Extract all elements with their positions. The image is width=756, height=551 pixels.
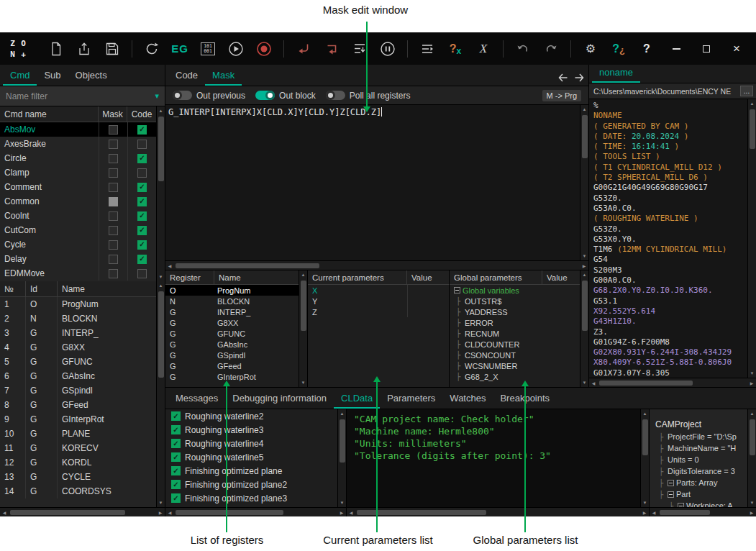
register-row[interactable]: GGInterpRot <box>165 371 299 382</box>
scroll-down-icon[interactable]: ▼ <box>748 369 756 378</box>
register-row[interactable]: OProgNum <box>165 285 299 296</box>
global-parameter-row[interactable]: ├OUTSTR$ <box>450 296 580 306</box>
checkbox[interactable] <box>109 154 118 163</box>
cam-tree-row[interactable]: ├DigitsTolerance = 3 <box>652 465 747 477</box>
id-table-row[interactable]: 13GCYCLE <box>0 470 156 484</box>
id-table-row[interactable]: 4GG8XX <box>0 340 156 355</box>
name-filter-input[interactable]: Name filter ▾ <box>0 86 165 106</box>
cmd-table-row[interactable]: CutCom✓ <box>0 223 156 237</box>
toggle-switch[interactable] <box>255 91 275 100</box>
help-icon[interactable]: ? <box>634 37 659 60</box>
checkbox[interactable]: ✓ <box>137 240 147 250</box>
scroll-down-icon[interactable]: ▼ <box>641 498 650 507</box>
checkbox[interactable] <box>109 197 118 206</box>
scroll-up-icon[interactable]: ▲ <box>580 270 589 279</box>
scroll-down-icon[interactable]: ▼ <box>748 498 756 507</box>
scroll-down-icon[interactable]: ▼ <box>580 252 589 260</box>
cmd-table-row[interactable]: Clamp <box>0 165 156 180</box>
mask-editor[interactable]: G_INTERP[INTERPX]X[CLD.X]Y[CLD.Y]Z[CLD.Z… <box>165 105 588 260</box>
register-row[interactable]: GINTERP_ <box>165 306 299 317</box>
scrollbar-thumb[interactable] <box>176 263 319 268</box>
tab-parameters[interactable]: Parameters <box>380 388 442 409</box>
toggle-out-previous[interactable]: Out previous <box>173 91 245 101</box>
register-row[interactable]: GGFUNC <box>165 328 299 339</box>
cmd-table-row[interactable]: AxesBrake <box>0 137 156 151</box>
operation-row[interactable]: ✓Finishing optimized plane2 <box>165 478 337 491</box>
collapse-icon[interactable] <box>668 480 674 486</box>
header-cmd-name[interactable]: Cmd name <box>0 106 99 122</box>
id-table-row[interactable]: 2NBLOCKN <box>0 311 156 326</box>
checkbox[interactable]: ✓ <box>171 480 181 489</box>
register-row[interactable]: NBLOCKN <box>165 296 299 306</box>
header-current-parameters[interactable]: Current parameters <box>308 270 407 284</box>
scroll-up-icon[interactable]: ▲ <box>157 281 165 290</box>
id-table-row[interactable]: 14GCOORDSYS <box>0 484 156 498</box>
scrollbar-thumb[interactable] <box>642 419 648 455</box>
nav-back-icon[interactable] <box>557 73 569 83</box>
id-table-row[interactable]: 9GGInterpRot <box>0 412 156 427</box>
cmd-table-row[interactable]: Coolnt✓ <box>0 209 156 223</box>
scroll-down-icon[interactable]: ▼ <box>299 378 308 387</box>
global-parameter-row[interactable]: ├CLDCOUNTER <box>450 339 580 350</box>
checkbox[interactable] <box>109 226 118 235</box>
reset-icon[interactable] <box>140 37 164 60</box>
cam-root-label[interactable]: CAMProject <box>652 419 747 431</box>
toggle-out-block[interactable]: Out block <box>255 91 316 101</box>
close-button[interactable]: × <box>724 37 749 60</box>
scrollbar-thumb[interactable] <box>158 291 164 378</box>
cam-tree-row[interactable]: ├MachineName = "H <box>652 442 747 454</box>
scroll-right-icon[interactable]: ▶ <box>747 508 756 516</box>
nc-horizontal-scrollbar[interactable]: ◀ ▶ <box>589 378 756 387</box>
header-register-name[interactable]: Name <box>214 270 299 284</box>
header-name[interactable]: Name <box>58 281 156 296</box>
id-table-row[interactable]: 10GPLANE <box>0 427 156 441</box>
checkbox[interactable]: ✓ <box>137 125 147 135</box>
id-table-row[interactable]: 7GGSpindl <box>0 383 156 398</box>
generate-icon[interactable]: EG <box>168 37 192 60</box>
browse-button[interactable]: ... <box>740 86 753 96</box>
id-table-row[interactable]: 12GKORDL <box>0 455 156 470</box>
scroll-up-icon[interactable]: ▲ <box>299 270 308 279</box>
cmd-table-row[interactable]: EDMMove <box>0 266 156 281</box>
tab-noname[interactable]: noname <box>592 62 640 83</box>
tab-messages[interactable]: Messages <box>168 388 225 409</box>
goto-line-icon[interactable] <box>415 37 440 60</box>
scroll-down-icon[interactable]: ▼ <box>157 273 165 281</box>
cmd-table-row[interactable]: Common✓ <box>0 194 156 209</box>
toggle-switch[interactable] <box>326 91 345 100</box>
scrollbar-thumb[interactable] <box>10 510 125 515</box>
id-table-row[interactable]: 1OProgNum <box>0 297 156 311</box>
global-parameter-row[interactable]: ├RECNUM <box>450 328 580 339</box>
cmd-table-row[interactable]: Cycle✓ <box>0 237 156 252</box>
checkbox[interactable] <box>137 140 147 149</box>
id-table-row[interactable]: 3GINTERP_ <box>0 326 156 340</box>
collapse-icon[interactable] <box>668 491 674 498</box>
checkbox[interactable] <box>109 255 118 264</box>
save-icon[interactable] <box>100 37 124 60</box>
scroll-left-icon[interactable]: ◀ <box>165 508 174 516</box>
checkbox[interactable]: ✓ <box>171 425 181 434</box>
id-table-row[interactable]: 5GGFUNC <box>0 355 156 369</box>
checkbox[interactable] <box>109 168 118 178</box>
checkbox[interactable]: ✓ <box>137 154 147 163</box>
record-icon[interactable] <box>252 37 276 60</box>
export-icon[interactable] <box>72 37 96 60</box>
scroll-right-icon[interactable]: ▶ <box>337 508 346 516</box>
id-table-row[interactable]: 8GGFeed <box>0 398 156 412</box>
checkbox[interactable] <box>137 168 147 178</box>
cam-tree-row[interactable]: ├ProjectFile = "D:\Sp <box>652 431 747 442</box>
scroll-up-icon[interactable]: ▲ <box>748 409 756 418</box>
scroll-left-icon[interactable]: ◀ <box>347 508 355 516</box>
mask-to-prg-button[interactable]: M -> Prg <box>542 90 581 101</box>
id-table-scrollbar[interactable]: ▲ ▼ <box>156 281 165 507</box>
step-into-icon[interactable] <box>347 37 372 60</box>
register-row[interactable]: GG8XX <box>165 317 299 328</box>
header-register[interactable]: Register <box>165 270 214 284</box>
current-parameter-row[interactable]: Z <box>308 306 449 317</box>
scrollbar-thumb[interactable] <box>660 510 710 515</box>
scroll-up-icon[interactable]: ▲ <box>748 99 756 108</box>
scroll-right-icon[interactable]: ▶ <box>640 508 649 516</box>
cmd-table-row[interactable]: Delay✓ <box>0 252 156 266</box>
header-id[interactable]: Id <box>26 281 58 296</box>
scroll-up-icon[interactable]: ▲ <box>338 409 347 418</box>
